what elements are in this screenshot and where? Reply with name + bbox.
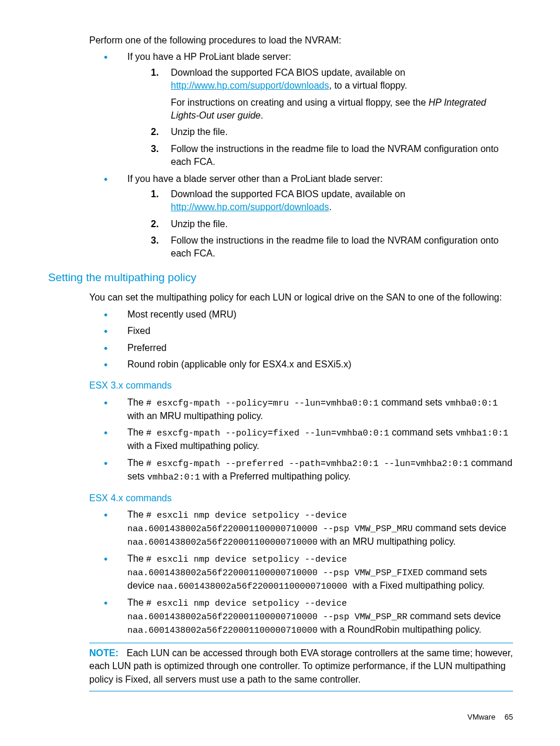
note-body: Each LUN can be accessed through both EV… (89, 648, 513, 684)
text: The (127, 598, 146, 607)
device: naa.6001438002a56f220001100000710000 (157, 582, 353, 592)
step-subtext: For instructions on creating and using a… (171, 96, 513, 123)
device: vmhba0:0:1 (445, 399, 498, 409)
list-item: The # esxcli nmp device setpolicy --devi… (104, 508, 513, 549)
text: command sets (389, 427, 456, 437)
text: The (127, 509, 146, 519)
list-item-lead: If you have a HP ProLiant blade server: (127, 52, 291, 62)
list-item: The # esxcfg-mpath --policy=mru --lun=vm… (104, 396, 513, 423)
section-heading: Setting the multipathing policy (48, 270, 513, 286)
step: 3.Follow the instructions in the readme … (151, 234, 513, 261)
list-item: The # esxcfg-mpath --policy=fixed --lun=… (104, 426, 513, 453)
text: with an MRU multipathing policy. (127, 411, 263, 421)
list-item: The # esxcfg-mpath --preferred --path=vm… (104, 457, 513, 484)
command: # esxcli nmp device setpolicy --device n… (127, 555, 423, 578)
esx4-command-list: The # esxcli nmp device setpolicy --devi… (104, 508, 513, 637)
text: The (127, 427, 146, 437)
step-text: Download the supported FCA BIOS update, … (171, 67, 405, 77)
list-item-lead: If you have a blade server other than a … (127, 174, 383, 184)
list-item: If you have a HP ProLiant blade server: … (104, 50, 513, 168)
text: . (261, 110, 263, 120)
text: with a Fixed multipathing policy. (127, 441, 259, 451)
ordered-steps: 1. Download the supported FCA BIOS updat… (151, 188, 513, 261)
note-block: NOTE:Each LUN can be accessed through bo… (89, 643, 513, 691)
text: The (127, 397, 146, 407)
footer-section: VMware (467, 713, 495, 721)
step-text: Follow the instructions in the readme fi… (171, 235, 499, 258)
text: command sets (379, 397, 445, 407)
command: # esxcfg-mpath --policy=mru --lun=vmhba0… (146, 399, 379, 409)
step-text: Unzip the file. (171, 127, 228, 137)
esx3-command-list: The # esxcfg-mpath --policy=mru --lun=vm… (104, 396, 513, 484)
text: with a Preferred multipathing policy. (200, 471, 351, 481)
text: The (127, 553, 146, 563)
multipath-policy-list: Most recently used (MRU) Fixed Preferred… (104, 308, 513, 372)
esx4-heading: ESX 4.x commands (89, 492, 513, 505)
page-footer: VMware 65 (467, 712, 513, 723)
download-link[interactable]: http://www.hp.com/support/downloads (171, 80, 329, 90)
command: # esxcfg-mpath --policy=fixed --lun=vmhb… (146, 428, 389, 438)
text: with a RoundRobin multipathing policy. (318, 625, 481, 634)
step-text: Download the supported FCA BIOS update, … (171, 189, 405, 199)
multipath-intro: You can set the multipathing policy for … (89, 291, 513, 304)
intro-paragraph: Perform one of the following procedures … (89, 34, 513, 47)
text: The (127, 458, 146, 468)
step-text: Follow the instructions in the readme fi… (171, 144, 499, 167)
device: vmhba1:0:1 (456, 428, 508, 438)
esx3-heading: ESX 3.x commands (89, 379, 513, 392)
step-text: Unzip the file. (171, 219, 228, 229)
list-item: Most recently used (MRU) (104, 308, 513, 321)
step: 1. Download the supported FCA BIOS updat… (151, 66, 513, 123)
list-item: Preferred (104, 342, 513, 355)
nvram-procedure-list: If you have a HP ProLiant blade server: … (104, 50, 513, 260)
text: For instructions on creating and using a… (171, 97, 429, 107)
device: naa.6001438002a56f220001100000710000 (127, 538, 318, 548)
step-text: , to a virtual floppy. (329, 80, 407, 90)
page-number: 65 (505, 713, 513, 721)
step-text: . (329, 202, 331, 212)
text: with a Fixed multipathing policy. (353, 580, 485, 590)
text: command sets device (413, 523, 506, 533)
device: naa.6001438002a56f220001100000710000 (127, 626, 318, 636)
step: 2.Unzip the file. (151, 126, 513, 139)
text: command sets device (407, 611, 501, 621)
step: 3.Follow the instructions in the readme … (151, 143, 513, 169)
command: # esxcli nmp device setpolicy --device n… (127, 599, 407, 622)
step: 2.Unzip the file. (151, 218, 513, 231)
command: # esxcfg-mpath --preferred --path=vmhba2… (146, 459, 468, 469)
list-item: Round robin (applicable only for ESX4.x … (104, 358, 513, 371)
list-item: If you have a blade server other than a … (104, 173, 513, 261)
command: # esxcli nmp device setpolicy --device n… (127, 511, 413, 534)
text: with an MRU multipathing policy. (318, 536, 456, 546)
ordered-steps: 1. Download the supported FCA BIOS updat… (151, 66, 513, 169)
step: 1. Download the supported FCA BIOS updat… (151, 188, 513, 214)
download-link[interactable]: http://www.hp.com/support/downloads (171, 202, 329, 212)
list-item: The # esxcli nmp device setpolicy --devi… (104, 596, 513, 637)
list-item: Fixed (104, 325, 513, 337)
device: vmhba2:0:1 (147, 472, 200, 482)
note-label: NOTE: (89, 648, 119, 658)
list-item: The # esxcli nmp device setpolicy --devi… (104, 552, 513, 593)
